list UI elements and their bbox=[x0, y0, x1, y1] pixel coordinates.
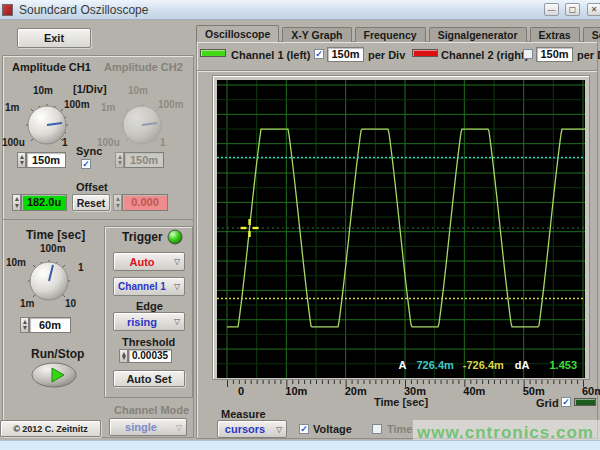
minimize-button[interactable]: — bbox=[544, 3, 559, 16]
time-value[interactable]: 60m bbox=[29, 317, 71, 333]
trigger-edge-dropdown[interactable]: rising▽ bbox=[113, 312, 185, 331]
grid-checkbox[interactable]: ✓ bbox=[561, 397, 571, 407]
tab-frequency[interactable]: Frequency bbox=[355, 27, 426, 42]
readout-delta-value: 1.453 bbox=[549, 359, 577, 371]
x-tick-label: 10m bbox=[285, 385, 307, 397]
measure-title: Measure bbox=[221, 408, 266, 420]
channel-mode-dropdown: single▽ bbox=[109, 418, 187, 436]
time-knob-label-1m: 1m bbox=[20, 298, 34, 309]
copyright-bar: © 2012 C. Zeitnitz V1.41 bbox=[0, 420, 101, 437]
time-spinner[interactable] bbox=[20, 317, 29, 333]
tab-signalgenerator[interactable]: Signalgenerator bbox=[429, 27, 527, 42]
ch1-offset-value[interactable]: 182.0u bbox=[21, 194, 67, 211]
x-tick-label: 0 bbox=[238, 385, 244, 397]
measure-time-checkbox[interactable]: ✓ bbox=[372, 424, 382, 434]
ch2-offset-value: 0.000 bbox=[122, 194, 168, 211]
measure-mode-dropdown[interactable]: cursors▽ bbox=[217, 420, 287, 438]
channel1-color-swatch bbox=[200, 49, 226, 57]
sync-label: Sync bbox=[76, 145, 102, 157]
trigger-edge-value: rising bbox=[114, 316, 170, 328]
tab-extras[interactable]: Extras bbox=[530, 27, 580, 42]
app-window: Soundcard Oszilloscope — ▢ ✕ Exit Amplit… bbox=[0, 0, 600, 450]
channel2-scale-value[interactable]: 150m bbox=[536, 47, 573, 62]
threshold-value[interactable]: 0.00035 bbox=[128, 349, 172, 363]
run-stop-label: Run/Stop bbox=[31, 347, 84, 361]
ch1-offset-spinner[interactable] bbox=[12, 194, 21, 211]
ch1-knob-label-1m: 1m bbox=[5, 102, 19, 113]
amplitude-ch2-title: Amplitude CH2 bbox=[104, 61, 183, 73]
ch1-knob-label-100u: 100u bbox=[2, 137, 25, 148]
ch2-offset-spinner[interactable] bbox=[113, 194, 122, 211]
ch1-knob-label-10m: 10m bbox=[33, 85, 53, 96]
ch2-knob-label-100m: 100m bbox=[158, 99, 184, 110]
time-knob-label-1: 1 bbox=[78, 262, 84, 273]
channel2-per-div-label: per Div bbox=[577, 49, 600, 61]
measure-voltage-checkbox[interactable]: ✓ bbox=[299, 424, 309, 434]
dropdown-arrow-icon: ▽ bbox=[170, 257, 184, 266]
offset-label: Offset bbox=[76, 181, 108, 193]
tab-oscilloscope[interactable]: Oscilloscope bbox=[196, 25, 279, 42]
ch2-amplitude-spinner[interactable] bbox=[115, 152, 124, 168]
trigger-mode-dropdown[interactable]: Auto▽ bbox=[113, 252, 185, 271]
run-stop-button[interactable] bbox=[30, 361, 78, 389]
ch1-knob-label-1: 1 bbox=[62, 137, 68, 148]
readout-lower-value: -726.4m bbox=[463, 359, 504, 371]
offset-reset-button[interactable]: Reset bbox=[72, 194, 110, 211]
readout-a-label: A bbox=[399, 359, 407, 371]
edge-label: Edge bbox=[136, 300, 163, 312]
dropdown-arrow-icon: ▽ bbox=[272, 425, 286, 434]
trigger-title: Trigger bbox=[122, 230, 163, 244]
x-axis-title: Time [sec] bbox=[361, 396, 441, 408]
channel2-color-swatch bbox=[412, 49, 438, 57]
x-tick-label: 60m bbox=[582, 385, 600, 397]
trigger-mode-value: Auto bbox=[114, 256, 170, 268]
measure-mode-value: cursors bbox=[218, 423, 272, 435]
exit-button[interactable]: Exit bbox=[17, 28, 91, 48]
measure-time-label: Time bbox=[387, 423, 412, 435]
time-knob-label-10: 10 bbox=[65, 298, 76, 309]
dropdown-arrow-icon: ▽ bbox=[170, 282, 184, 291]
trigger-source-dropdown[interactable]: Channel 1▽ bbox=[113, 277, 185, 296]
per-div-unit-label: [1/Div] bbox=[73, 83, 107, 95]
threshold-spinner[interactable] bbox=[119, 349, 128, 363]
ch1-amplitude-value[interactable]: 150m bbox=[26, 152, 66, 168]
x-tick-label: 40m bbox=[463, 385, 485, 397]
maximize-button[interactable]: ▢ bbox=[565, 3, 580, 16]
title-bar[interactable]: Soundcard Oszilloscope — ▢ ✕ bbox=[0, 0, 600, 20]
tab-settings[interactable]: Settings bbox=[583, 27, 600, 42]
trigger-source-value: Channel 1 bbox=[114, 281, 170, 292]
x-tick-label: 50m bbox=[523, 385, 545, 397]
ch2-amplitude-value: 150m bbox=[124, 152, 164, 168]
channel-mode-label: Channel Mode bbox=[114, 404, 189, 416]
window-bottom-edge bbox=[0, 440, 600, 450]
threshold-label: Threshold bbox=[122, 336, 175, 348]
time-title: Time [sec] bbox=[26, 228, 85, 242]
amplitude-ch1-title: Amplitude CH1 bbox=[12, 61, 91, 73]
cursor-readout: A 726.4m -726.4m dA 1.453 bbox=[370, 358, 577, 371]
readout-da-label: dA bbox=[515, 359, 530, 371]
dropdown-arrow-icon: ▽ bbox=[170, 317, 184, 326]
auto-set-button[interactable]: Auto Set bbox=[113, 370, 185, 387]
channel-mode-value: single bbox=[110, 421, 172, 433]
channel1-per-div-label: per Div bbox=[368, 49, 405, 61]
ch2-knob-label-10m: 10m bbox=[128, 85, 148, 96]
channel1-label: Channel 1 (left) bbox=[231, 49, 310, 61]
grid-label: Grid bbox=[536, 397, 559, 409]
app-icon bbox=[2, 4, 13, 16]
time-knob-label-10m: 10m bbox=[6, 257, 26, 268]
channel2-checkbox[interactable]: ✓ bbox=[523, 49, 533, 59]
measure-voltage-label: Voltage bbox=[313, 423, 352, 435]
channel1-scale-value[interactable]: 150m bbox=[327, 47, 364, 62]
window-title: Soundcard Oszilloscope bbox=[19, 3, 148, 17]
channel1-checkbox[interactable]: ✓ bbox=[314, 49, 324, 59]
sync-checkbox[interactable]: ✓ bbox=[81, 159, 91, 169]
readout-upper-value: 726.4m bbox=[417, 359, 454, 371]
tab-x-y-graph[interactable]: X-Y Graph bbox=[282, 27, 351, 42]
grid-color-swatch bbox=[574, 398, 596, 406]
oscilloscope-plot[interactable] bbox=[217, 80, 585, 378]
dropdown-arrow-icon: ▽ bbox=[172, 423, 186, 432]
ch1-amplitude-spinner[interactable] bbox=[17, 152, 26, 168]
panel-divider bbox=[197, 70, 597, 71]
ch1-knob-label-100m: 100m bbox=[64, 99, 90, 110]
close-button[interactable]: ✕ bbox=[587, 3, 600, 16]
